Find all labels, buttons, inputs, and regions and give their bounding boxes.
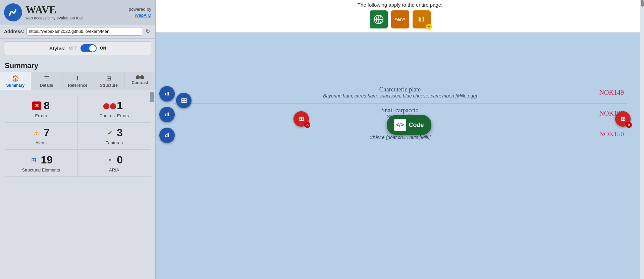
page-level-bar: The following apply to the entire page: … [156, 0, 644, 32]
contrast-errors-count: 1 [117, 99, 123, 112]
errors-count: 8 [44, 99, 50, 112]
contrast-error-icon: ⬤⬤ [105, 101, 114, 110]
header: WAVE web accessibility evaluation tool p… [0, 0, 155, 24]
details-tab-icon: ☰ [44, 75, 49, 82]
webaim-link[interactable]: WebAIM [135, 13, 151, 18]
refresh-button[interactable]: ↻ [144, 27, 151, 35]
right-scrollbar[interactable] [640, 0, 644, 279]
grid-badge-1[interactable]: ⊞ [176, 93, 192, 108]
alerts-label: Alerts [36, 140, 47, 145]
styles-toggle[interactable] [80, 44, 97, 52]
menu-item-2-name: Snail carpaccio [381, 107, 418, 114]
dl-badge-3[interactable]: dl [159, 128, 175, 143]
summary-tab-icon: 🏠 [12, 75, 19, 82]
app-title: WAVE [25, 4, 125, 15]
code-label: Code [409, 122, 424, 129]
tabs-row: 🏠 Summary ☰ Details ℹ Reference ⊞ Struct… [0, 72, 155, 90]
alerts-cell: ⚠ 7 Alerts [5, 123, 78, 150]
error-wave-badge-2: ⊞ ✕ [615, 111, 631, 127]
details-tab-label: Details [40, 83, 53, 88]
grid-wave-badge: ⊞ [176, 93, 192, 108]
reference-tab-icon: ℹ [76, 75, 79, 82]
scrollbar-thumb [641, 0, 644, 7]
aria-cell: ▪ 0 ARIA [78, 150, 151, 177]
structural-count: 19 [41, 154, 53, 166]
summary-scroll: ✕ 8 Errors ⬤⬤ 1 Contrast Errors ⚠ 7 A [0, 90, 155, 279]
tab-details[interactable]: ☰ Details [31, 72, 62, 90]
address-label: Address: [4, 29, 24, 34]
dl-badge-1[interactable]: dl [159, 86, 175, 101]
main-content: The following apply to the entire page: … [156, 0, 644, 279]
globe-svg [373, 14, 384, 25]
alert-icon: ⚠ [32, 129, 41, 137]
styles-off-label: OFF [69, 46, 77, 51]
menu-item-3-price: NOK150 [599, 130, 624, 138]
h1-warn-badge: ⚠ [426, 24, 432, 30]
tab-contrast[interactable]: ⬤⬤ Contrast [124, 72, 155, 90]
page-level-text: The following apply to the entire page: [161, 2, 639, 8]
dl-badge-2[interactable]: dl [159, 107, 175, 122]
styles-label: Styles: [49, 46, 66, 51]
dl-wave-badge-3: dl [159, 128, 175, 143]
powered-by: powered by WebAIM [129, 6, 151, 18]
toggle-thumb [89, 45, 96, 52]
structural-label: Structural Elements [22, 167, 60, 172]
code-icon: </> [394, 119, 406, 131]
address-input[interactable] [26, 27, 142, 36]
tab-structure[interactable]: ⊞ Structure [93, 72, 124, 90]
app-subtitle: web accessibility evaluation tool [25, 16, 125, 20]
structural-cell: ⊞ 19 Structural Elements [5, 150, 78, 177]
reference-tab-label: Reference [68, 83, 87, 88]
scroll-indicator [150, 92, 154, 102]
structure-tab-icon: ⊞ [106, 75, 111, 82]
left-panel: WAVE web accessibility evaluation tool p… [0, 0, 156, 279]
dl-wave-badge-1: dl [159, 86, 175, 101]
address-bar: Address: ↻ [0, 24, 155, 39]
menu-item-1-desc: Bayonne ham, cured ham, saucisson, blue … [323, 93, 477, 98]
page-level-icons: *en* h1 ⚠ [161, 10, 639, 28]
errors-cell: ✕ 8 Errors [5, 95, 78, 123]
features-label: Features [106, 140, 123, 145]
x-badge-2: ✕ [626, 122, 632, 128]
aria-icon: ▪ [105, 156, 114, 164]
code-tooltip[interactable]: </> Code [387, 115, 431, 135]
tab-reference[interactable]: ℹ Reference [62, 72, 94, 90]
features-count: 3 [117, 127, 123, 139]
error-badge-right[interactable]: ⊞ ✕ [615, 111, 631, 127]
content-scroll[interactable]: ⊞ ⊞ ✕ ⊞ ✕ dl Charcuterie plate [156, 32, 644, 279]
wave-title-block: WAVE web accessibility evaluation tool [25, 4, 125, 20]
styles-row: Styles: OFF ON [4, 41, 151, 55]
language-icon[interactable] [370, 10, 388, 28]
features-cell: ✔ 3 Features [78, 123, 151, 150]
x-badge-1: ✕ [304, 122, 310, 128]
aria-count: 0 [117, 154, 123, 166]
lang-en-icon[interactable]: *en* [391, 10, 409, 28]
tab-summary[interactable]: 🏠 Summary [0, 72, 31, 90]
wave-logo [4, 3, 22, 21]
menu-item-1-name: Charcuterie plate [379, 86, 421, 93]
contrast-tab-label: Contrast [131, 80, 148, 85]
styles-on-label: ON [100, 46, 106, 51]
summary-tab-label: Summary [6, 83, 25, 88]
error-badge-center[interactable]: ⊞ ✕ [293, 111, 309, 127]
structure-icon: ⊞ [29, 156, 38, 164]
dl-wave-badge-2: dl [159, 107, 175, 122]
error-icon: ✕ [32, 101, 41, 110]
menu-item-1-block: Charcuterie plate Bayonne ham, cured ham… [173, 86, 627, 103]
content-area: ⊞ ⊞ ✕ ⊞ ✕ dl Charcuterie plate [156, 86, 644, 145]
contrast-errors-cell: ⬤⬤ 1 Contrast Errors [78, 95, 151, 123]
error-wave-badge-1: ⊞ ✕ [293, 111, 309, 127]
menu-item-1: dl Charcuterie plate Bayonne ham, cured … [173, 86, 627, 103]
h1-icon[interactable]: h1 ⚠ [413, 10, 431, 28]
menu-item-1-price: NOK149 [599, 89, 624, 96]
alerts-count: 7 [44, 127, 50, 139]
feature-icon: ✔ [105, 129, 114, 137]
contrast-tab-icon: ⬤⬤ [136, 75, 144, 79]
structure-tab-label: Structure [100, 83, 118, 88]
contrast-errors-label: Contrast Errors [99, 113, 129, 118]
summary-grid: ✕ 8 Errors ⬤⬤ 1 Contrast Errors ⚠ 7 A [0, 90, 155, 180]
menu-item-3-desc: Chèvre (goat ch..., nuts [Milk] [369, 135, 430, 140]
summary-heading: Summary [0, 58, 155, 72]
errors-label: Errors [35, 113, 47, 118]
aria-label: ARIA [109, 167, 119, 172]
